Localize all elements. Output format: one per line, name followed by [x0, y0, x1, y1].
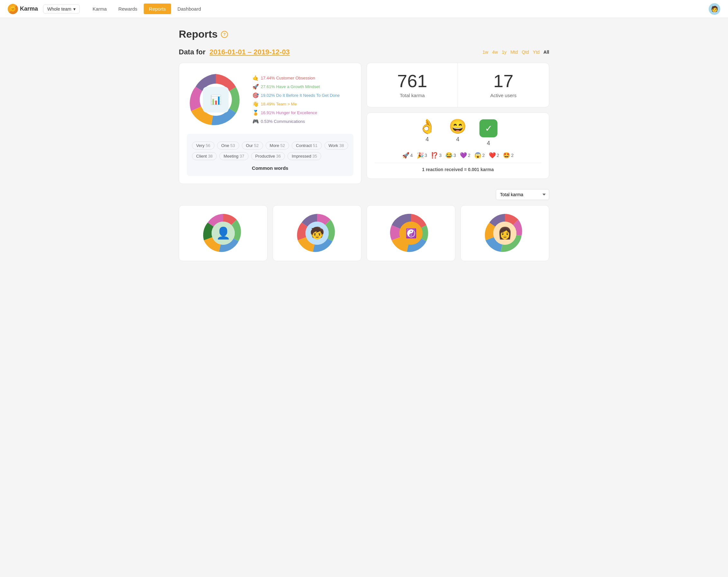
help-icon[interactable]: ?: [221, 31, 228, 38]
user-card-1: 👤: [179, 205, 267, 261]
word-more: More 52: [266, 142, 289, 150]
filter-mtd[interactable]: Mtd: [510, 50, 518, 55]
date-range[interactable]: 2016-01-01 – 2019-12-03: [210, 48, 290, 56]
user-avatar-4: 👩: [493, 222, 516, 245]
sort-select[interactable]: Total karma Reactions given Reactions re…: [496, 189, 549, 200]
data-header: Data for 2016-01-01 – 2019-12-03 1w 4w 1…: [179, 48, 549, 56]
filter-1w[interactable]: 1w: [483, 50, 489, 55]
nav-karma[interactable]: Karma: [87, 3, 112, 14]
small-reaction-4: 😂3: [445, 152, 456, 159]
word-productive: Productive 36: [251, 152, 285, 160]
filter-4w[interactable]: 4w: [492, 50, 498, 55]
nav-rewards[interactable]: Rewards: [113, 3, 142, 14]
rocket-emoji: 🚀: [402, 152, 409, 159]
word-our: Our 52: [242, 142, 263, 150]
small-reaction-7: ❤️2: [489, 152, 499, 159]
right-column: 761 Total karma 17 Active users 👌 4 😄: [367, 63, 549, 184]
logo-icon: 🌞: [8, 4, 18, 14]
reactions-card: 👌 4 😄 4 ✓ 4 🚀: [367, 112, 549, 179]
legend-text-1: 17.44% Customer Obsession: [261, 76, 315, 80]
user-avatar-1: 👤: [212, 222, 235, 245]
legend-text-3: 19.02% Do It Before It Needs To Get Done: [261, 93, 340, 98]
app-logo[interactable]: 🌞 Karma: [8, 4, 38, 14]
check-count: 4: [487, 140, 490, 147]
small-reaction-2: 🎉3: [417, 152, 427, 159]
nav-dashboard[interactable]: Dashboard: [172, 3, 206, 14]
legend-text-5: 16.91% Hunger for Excellence: [261, 110, 317, 115]
legend-emoji-3: 🎯: [253, 92, 259, 98]
main-content: Reports ? Data for 2016-01-01 – 2019-12-…: [171, 18, 557, 272]
page-title-section: Reports ?: [179, 28, 549, 40]
reaction-ok: 👌 4: [418, 119, 436, 147]
check-icon: ✓: [479, 119, 497, 137]
party-emoji: 🎉: [417, 152, 424, 159]
nav-reports[interactable]: Reports: [144, 3, 171, 14]
total-karma-box: 761 Total karma: [367, 63, 458, 107]
small-reaction-5: 💜2: [460, 152, 470, 159]
word-one: One 53: [217, 142, 239, 150]
legend-emoji-5: 🏅: [253, 110, 259, 116]
user-avatar-3: ☯️: [399, 222, 422, 245]
user-donut-1: 👤: [201, 211, 246, 256]
small-reaction-1: 🚀4: [402, 152, 413, 159]
time-filters: 1w 4w 1y Mtd Qtd Ytd All: [483, 50, 549, 55]
total-karma-value: 761: [374, 72, 450, 90]
legend-text-4: 18.49% Team > Me: [261, 102, 297, 106]
star-struck-emoji: 🤩: [503, 152, 510, 159]
ok-emoji: 👌: [418, 119, 436, 133]
word-meeting: Meeting 37: [219, 152, 248, 160]
heart-emoji: ❤️: [489, 152, 496, 159]
chevron-down-icon: ▾: [73, 6, 76, 11]
word-contract: Contract 51: [292, 142, 321, 150]
grin-count: 4: [456, 136, 459, 143]
legend-emoji-2: 🚀: [253, 84, 259, 90]
small-reaction-3: ⁉️3: [431, 152, 442, 159]
reaction-check: ✓ 4: [479, 119, 497, 147]
legend-item-5: 🏅 16.91% Hunger for Excellence: [253, 110, 340, 116]
common-words-label: Common words: [192, 165, 348, 171]
chart-legend: 🤙 17.44% Customer Obsession 🚀 27.61% Hav…: [253, 75, 340, 124]
user-avatar[interactable]: 🧑: [709, 3, 720, 15]
small-reaction-6: 😱2: [474, 152, 485, 159]
filter-all[interactable]: All: [543, 50, 549, 55]
user-card-4: 👩: [461, 205, 549, 261]
small-reaction-8: 🤩2: [503, 152, 514, 159]
user-cards-row: 👤 🧒: [179, 205, 549, 261]
filter-ytd[interactable]: Ytd: [533, 50, 540, 55]
scared-emoji: 😱: [474, 152, 482, 159]
main-cards: 📊 🤙 17.44% Customer Obsession 🚀 27.61% H…: [179, 63, 549, 184]
team-selector[interactable]: Whole team ▾: [43, 4, 80, 14]
ok-count: 4: [425, 136, 428, 143]
page-title: Reports: [179, 28, 218, 40]
word-very: Very 56: [192, 142, 214, 150]
filter-qtd[interactable]: Qtd: [522, 50, 529, 55]
purple-heart-emoji: 💜: [460, 152, 467, 159]
laugh-emoji: 😂: [445, 152, 452, 159]
filter-1y[interactable]: 1y: [502, 50, 506, 55]
user-donut-4: 👩: [482, 211, 527, 256]
legend-emoji-6: 🎮: [253, 118, 259, 124]
donut-center-icon: 📊: [203, 87, 229, 112]
legend-item-6: 🎮 0.53% Communications: [253, 118, 340, 124]
team-selector-label: Whole team: [47, 6, 71, 11]
active-users-label: Active users: [466, 93, 541, 98]
karma-rate: 1 reaction received = 0.001 karma: [374, 163, 541, 172]
legend-item-2: 🚀 27.61% Have a Growth Mindset: [253, 84, 340, 90]
exclaim-emoji: ⁉️: [431, 152, 438, 159]
total-karma-label: Total karma: [374, 93, 450, 98]
data-for-label: Data for 2016-01-01 – 2019-12-03: [179, 48, 290, 56]
common-words-section: Very 56 One 53 Our 52 More 52 Contract 5…: [187, 134, 354, 176]
word-client: Client 38: [192, 152, 217, 160]
app-name: Karma: [20, 5, 38, 12]
bottom-header: Total karma Reactions given Reactions re…: [179, 189, 549, 200]
reactions-small: 🚀4 🎉3 ⁉️3 😂3 💜2 😱2: [374, 152, 541, 159]
user-card-3: ☯️: [367, 205, 455, 261]
word-work: Work 38: [324, 142, 348, 150]
user-card-2: 🧒: [273, 205, 361, 261]
grin-emoji: 😄: [449, 119, 467, 133]
donut-chart: 📊: [187, 71, 245, 129]
legend-emoji-4: 👋: [253, 101, 259, 107]
active-users-value: 17: [466, 72, 541, 90]
legend-text-2: 27.61% Have a Growth Mindset: [261, 84, 320, 89]
donut-section: 📊 🤙 17.44% Customer Obsession 🚀 27.61% H…: [187, 71, 354, 129]
